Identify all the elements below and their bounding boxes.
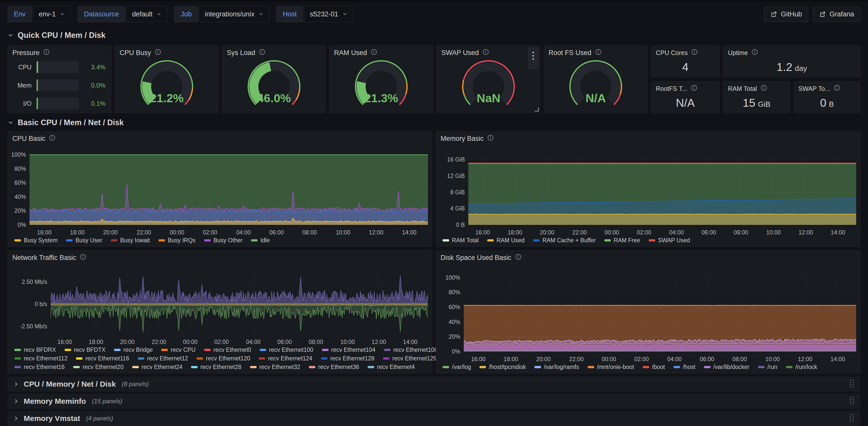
info-icon[interactable]: [834, 85, 840, 93]
legend-item-recv-ethernet16[interactable]: recv Ethernet16: [14, 364, 65, 370]
legend-item-recv-ethernet12[interactable]: recv Ethernet12: [138, 355, 188, 362]
legend-item-recv-ethernet0[interactable]: recv Ethernet0: [204, 346, 251, 353]
legend-item-recv-bfdrx[interactable]: recv BFDRX: [14, 346, 56, 353]
legend-item-busy-system[interactable]: Busy System: [14, 237, 58, 244]
link-button-grafana[interactable]: Grafana: [813, 6, 861, 22]
legend-item--boot[interactable]: /boot: [643, 364, 665, 370]
legend-item-swap-used[interactable]: SWAP Used: [649, 237, 690, 244]
legend-swatch: [138, 357, 144, 360]
legend-item--run[interactable]: /run: [758, 364, 777, 370]
legend-item--var-log[interactable]: /var/log: [442, 364, 471, 370]
legend-item-busy-irqs[interactable]: Busy IRQs: [158, 237, 195, 244]
panel-stat-swap-to-: SWAP To... 0B: [794, 81, 861, 113]
legend-item-recv-ethernet28[interactable]: recv Ethernet28: [191, 364, 241, 370]
collapsed-row-memory-vmstat[interactable]: Memory Vmstat(4 panels): [7, 411, 861, 426]
legend-item-recv-ethernet36[interactable]: recv Ethernet36: [309, 364, 359, 370]
legend-item--var-lib-docker[interactable]: /var/lib/docker: [704, 364, 749, 370]
stat-value-number: 4: [682, 61, 688, 74]
svg-text:08:00: 08:00: [309, 339, 323, 345]
legend-item-recv-ethernet20[interactable]: recv Ethernet20: [73, 364, 123, 370]
legend-item-busy-other[interactable]: Busy Other: [204, 237, 243, 244]
variable-value-dropdown[interactable]: s5232-01: [304, 6, 353, 22]
panel-title[interactable]: RootFS T...: [651, 82, 719, 93]
panel-title[interactable]: SWAP To...: [794, 82, 860, 93]
legend-item-recv-ethernet108[interactable]: recv Ethernet108: [384, 346, 437, 353]
row-drag-handle[interactable]: [849, 379, 855, 389]
drag-handle-icon: [849, 379, 855, 388]
legend-item-recv-ethernet32[interactable]: recv Ethernet32: [250, 364, 300, 370]
legend-item--run-lock[interactable]: /run/lock: [786, 364, 817, 370]
row-header-quick[interactable]: Quick CPU / Mem / Disk: [7, 31, 105, 40]
panel-title-text: CPU Cores: [656, 49, 688, 57]
row-drag-handle[interactable]: [849, 414, 855, 424]
legend-item-ram-used[interactable]: RAM Used: [487, 237, 525, 244]
panel-title-text: Pressure: [12, 49, 40, 57]
pressure-gauges: CPU 3.4%Mem 0.0%I/O 0.1%: [8, 61, 111, 109]
panel-pressure: Pressure CPU 3.4%Mem 0.0%I/O 0.1%: [7, 45, 111, 113]
legend-item-ram-cache-buffer[interactable]: RAM Cache + Buffer: [533, 237, 596, 244]
info-icon[interactable]: [761, 85, 767, 93]
variable-value-dropdown[interactable]: integrations/unix: [199, 6, 270, 22]
variable-value-dropdown[interactable]: env-1: [33, 6, 71, 22]
info-icon[interactable]: [43, 49, 50, 57]
panel-title[interactable]: RAM Used: [330, 46, 433, 57]
legend-item-idle[interactable]: Idle: [251, 237, 270, 244]
disk-space-plot[interactable]: 0%20%40%60%80%100%16:0018:0020:0022:0000…: [436, 251, 861, 375]
panel-title[interactable]: CPU Cores: [651, 46, 719, 57]
info-icon[interactable]: [155, 49, 161, 57]
panel-title[interactable]: Pressure: [8, 46, 111, 57]
chevron-down-icon: [258, 11, 264, 17]
svg-text:4 GiB: 4 GiB: [450, 205, 465, 212]
legend-item--host-tpcmdisk[interactable]: /host/tpcmdisk: [479, 364, 526, 370]
legend-item-recv-ethernet124[interactable]: recv Ethernet124: [259, 355, 312, 362]
memory-basic-plot[interactable]: 0 B4 GiB8 GiB12 GiB16 GiB16:0018:0020:00…: [436, 131, 861, 248]
legend-item-ram-total[interactable]: RAM Total: [442, 237, 479, 244]
variable-value-dropdown[interactable]: default: [126, 6, 167, 22]
panel-menu-button[interactable]: [528, 47, 538, 69]
panel-title[interactable]: Sys Load: [222, 46, 326, 57]
legend-item-recv-ethernet100[interactable]: recv Ethernet100: [260, 346, 313, 353]
collapsed-row-cpu-memory-net-disk[interactable]: CPU / Memory / Net / Disk(8 panels): [7, 376, 861, 392]
legend-item-recv-ethernet116[interactable]: recv Ethernet116: [76, 355, 129, 362]
info-icon[interactable]: [483, 49, 489, 57]
panel-title[interactable]: CPU Busy: [115, 46, 218, 57]
legend-item-ram-free[interactable]: RAM Free: [604, 237, 640, 244]
link-button-github[interactable]: GitHub: [764, 6, 808, 22]
info-icon[interactable]: [595, 49, 601, 57]
panel-title[interactable]: Root FS Used: [544, 46, 647, 57]
legend-item--mnt-onie-boot[interactable]: /mnt/onie-boot: [588, 364, 634, 370]
legend-item-recv-bridge[interactable]: recv Bridge: [114, 346, 153, 353]
legend-item-recv-ethernet129[interactable]: recv Ethernet129: [383, 355, 436, 362]
legend-item--var-log-ramfs[interactable]: /var/log/ramfs: [534, 364, 579, 370]
legend-item--host[interactable]: /host: [674, 364, 695, 370]
row-drag-handle[interactable]: [849, 396, 855, 406]
panel-title[interactable]: SWAP Used: [437, 46, 540, 57]
panel-title-text: Uptime: [728, 49, 748, 57]
collapsed-row-memory-meminfo[interactable]: Memory Meminfo(15 panels): [7, 394, 861, 409]
svg-text:N/A: N/A: [585, 91, 606, 105]
legend-item-recv-ethernet128[interactable]: recv Ethernet128: [321, 355, 374, 362]
legend-item-recv-ethernet24[interactable]: recv Ethernet24: [132, 364, 182, 370]
legend-item-busy-user[interactable]: Busy User: [66, 237, 102, 244]
info-icon[interactable]: [371, 49, 377, 57]
collapsed-row-panel-count: (15 panels): [92, 398, 122, 405]
legend-item-recv-ethernet4[interactable]: recv Ethernet4: [368, 364, 415, 370]
info-icon[interactable]: [691, 49, 698, 57]
legend-item-recv-cpu[interactable]: recv CPU: [161, 346, 195, 353]
legend-item-recv-ethernet120[interactable]: recv Ethernet120: [196, 355, 250, 362]
info-icon[interactable]: [691, 85, 698, 93]
panel-title[interactable]: Uptime: [723, 46, 860, 57]
variable-host: Host s5232-01: [276, 6, 353, 22]
info-icon[interactable]: [751, 49, 758, 57]
info-icon[interactable]: [259, 49, 266, 57]
link-label: GitHub: [781, 10, 802, 18]
panel-resize-handle[interactable]: [535, 108, 539, 112]
cpu-basic-plot[interactable]: 0%20%40%60%80%100%16:0018:0020:0022:0000…: [8, 131, 433, 248]
legend-item-recv-ethernet104[interactable]: recv Ethernet104: [322, 346, 375, 353]
legend-label: recv Ethernet124: [268, 355, 312, 362]
legend-item-busy-iowait[interactable]: Busy Iowait: [111, 237, 150, 244]
legend-item-recv-ethernet112[interactable]: recv Ethernet112: [14, 355, 67, 362]
panel-title[interactable]: RAM Total: [723, 82, 790, 93]
legend-item-recv-bfdtx[interactable]: recv BFDTX: [65, 346, 105, 353]
row-header-basic[interactable]: Basic CPU / Mem / Net / Disk: [7, 118, 124, 127]
